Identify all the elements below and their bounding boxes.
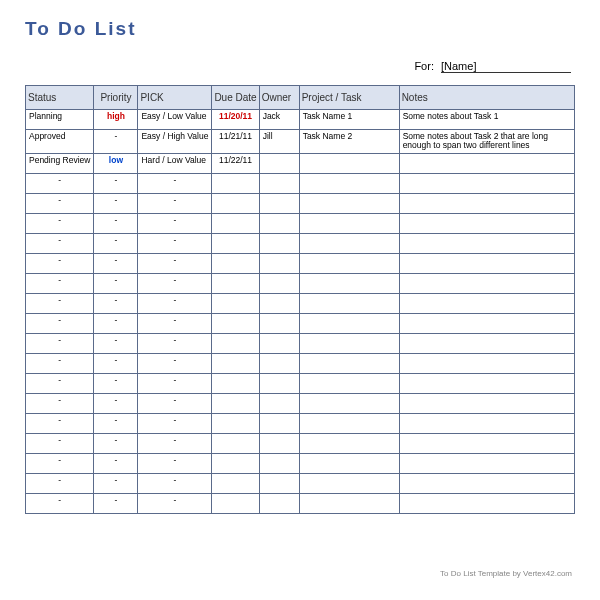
table-row: --- <box>26 293 575 313</box>
cell-pick: - <box>138 333 212 353</box>
cell-priority: - <box>94 373 138 393</box>
cell-project: Task Name 2 <box>299 130 399 154</box>
cell-due <box>212 173 259 193</box>
cell-owner <box>259 253 299 273</box>
cell-owner <box>259 213 299 233</box>
cell-notes <box>399 313 574 333</box>
cell-notes <box>399 393 574 413</box>
cell-due <box>212 233 259 253</box>
table-row: --- <box>26 413 575 433</box>
cell-due <box>212 333 259 353</box>
col-header-project: Project / Task <box>299 86 399 110</box>
cell-owner <box>259 333 299 353</box>
cell-project <box>299 293 399 313</box>
cell-project <box>299 333 399 353</box>
cell-owner <box>259 173 299 193</box>
table-row: Approved-Easy / High Value11/21/11JillTa… <box>26 130 575 154</box>
cell-pick: - <box>138 393 212 413</box>
cell-pick: - <box>138 413 212 433</box>
cell-due <box>212 413 259 433</box>
cell-notes <box>399 253 574 273</box>
cell-priority: - <box>94 333 138 353</box>
cell-project <box>299 373 399 393</box>
table-row: --- <box>26 313 575 333</box>
cell-owner <box>259 273 299 293</box>
cell-status: - <box>26 413 94 433</box>
cell-owner <box>259 413 299 433</box>
table-row: --- <box>26 373 575 393</box>
cell-notes <box>399 493 574 513</box>
table-row: --- <box>26 253 575 273</box>
cell-status: - <box>26 453 94 473</box>
cell-owner <box>259 373 299 393</box>
cell-due <box>212 373 259 393</box>
cell-pick: - <box>138 493 212 513</box>
cell-project <box>299 253 399 273</box>
cell-due <box>212 213 259 233</box>
cell-owner <box>259 493 299 513</box>
cell-pick: - <box>138 253 212 273</box>
cell-notes <box>399 233 574 253</box>
cell-status: - <box>26 173 94 193</box>
col-header-status: Status <box>26 86 94 110</box>
cell-priority: - <box>94 433 138 453</box>
cell-priority: - <box>94 130 138 154</box>
cell-due <box>212 293 259 313</box>
cell-pick: - <box>138 313 212 333</box>
cell-status: - <box>26 353 94 373</box>
table-row: --- <box>26 393 575 413</box>
table-row: --- <box>26 473 575 493</box>
cell-pick: - <box>138 193 212 213</box>
cell-priority: - <box>94 233 138 253</box>
table-row: --- <box>26 353 575 373</box>
table-row: --- <box>26 453 575 473</box>
cell-notes <box>399 433 574 453</box>
cell-priority: - <box>94 213 138 233</box>
cell-owner <box>259 433 299 453</box>
todo-table: Status Priority PICK Due Date Owner Proj… <box>25 85 575 514</box>
cell-priority: - <box>94 173 138 193</box>
cell-pick: - <box>138 353 212 373</box>
cell-project <box>299 313 399 333</box>
cell-priority: - <box>94 253 138 273</box>
table-row: --- <box>26 273 575 293</box>
cell-notes: Some notes about Task 1 <box>399 110 574 130</box>
cell-status: Pending Review <box>26 153 94 173</box>
cell-priority: low <box>94 153 138 173</box>
cell-pick: - <box>138 233 212 253</box>
cell-notes <box>399 273 574 293</box>
table-row: --- <box>26 213 575 233</box>
cell-notes <box>399 473 574 493</box>
cell-priority: - <box>94 313 138 333</box>
cell-due <box>212 353 259 373</box>
cell-due: 11/20/11 <box>212 110 259 130</box>
cell-owner <box>259 473 299 493</box>
cell-project <box>299 153 399 173</box>
cell-notes <box>399 153 574 173</box>
cell-project <box>299 193 399 213</box>
cell-due <box>212 313 259 333</box>
cell-priority: high <box>94 110 138 130</box>
cell-priority: - <box>94 393 138 413</box>
cell-priority: - <box>94 353 138 373</box>
cell-project <box>299 213 399 233</box>
col-header-notes: Notes <box>399 86 574 110</box>
cell-notes: Some notes about Task 2 that are long en… <box>399 130 574 154</box>
cell-notes <box>399 173 574 193</box>
cell-notes <box>399 353 574 373</box>
cell-status: - <box>26 333 94 353</box>
cell-project: Task Name 1 <box>299 110 399 130</box>
cell-owner: Jill <box>259 130 299 154</box>
cell-owner: Jack <box>259 110 299 130</box>
col-header-pick: PICK <box>138 86 212 110</box>
footer-text: To Do List Template by Vertex42.com <box>440 569 572 578</box>
cell-priority: - <box>94 453 138 473</box>
cell-status: - <box>26 293 94 313</box>
cell-status: - <box>26 493 94 513</box>
cell-notes <box>399 333 574 353</box>
cell-status: - <box>26 473 94 493</box>
cell-project <box>299 393 399 413</box>
cell-status: - <box>26 393 94 413</box>
cell-pick: - <box>138 173 212 193</box>
cell-due <box>212 253 259 273</box>
